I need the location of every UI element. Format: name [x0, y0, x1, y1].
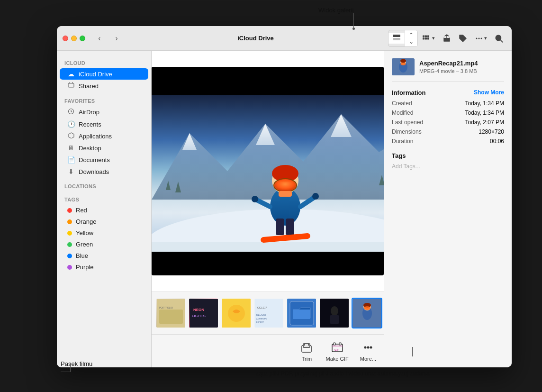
sidebar-item-tag-orange[interactable]: Orange — [60, 216, 148, 227]
tag-dot-red — [67, 208, 72, 213]
more-label: More... — [360, 356, 376, 362]
view-chevron-btn[interactable]: ⌃⌄ — [405, 30, 417, 46]
window-body: iCloud ☁ iCloud Drive Shared Favorites — [57, 51, 512, 367]
minimize-button[interactable] — [71, 36, 77, 41]
dimensions-label: Dimensions — [392, 128, 422, 135]
svg-marker-16 — [69, 133, 74, 138]
sidebar-item-tag-green[interactable]: Green — [60, 239, 148, 250]
sidebar-item-tag-red[interactable]: Red — [60, 205, 148, 216]
sidebar-item-tag-yellow[interactable]: Yellow — [60, 228, 148, 238]
close-button[interactable] — [63, 36, 68, 41]
tags-title: Tags — [392, 152, 504, 159]
info-row-created: Created Today, 1:34 PM — [392, 100, 504, 107]
share-button[interactable] — [440, 32, 454, 45]
svg-rect-30 — [286, 219, 294, 235]
annotation-actions: Łącz pliki PDF, przycinaj pliki audio i … — [256, 369, 430, 378]
sidebar-item-applications[interactable]: Applications — [60, 130, 148, 142]
trim-label: Trim — [302, 356, 312, 362]
gallery-area — [152, 51, 384, 292]
file-name: AspenRecap21.mp4 — [419, 60, 478, 68]
tag-dot-blue — [67, 254, 72, 258]
film-thumb-3[interactable] — [221, 298, 252, 328]
svg-point-38 — [252, 196, 258, 202]
group-view-button[interactable]: ▾ — [420, 32, 438, 45]
forward-button[interactable]: › — [110, 32, 123, 45]
svg-point-39 — [312, 193, 319, 200]
created-value: Today, 1:34 PM — [465, 100, 505, 107]
film-thumb-2[interactable]: NEON LIGHTS — [188, 298, 219, 328]
sidebar-item-recents[interactable]: 🕐 Recents — [60, 119, 148, 130]
finder-window: ‹ › iCloud Drive ⌃⌄ — [57, 26, 512, 367]
svg-rect-81 — [332, 346, 343, 346]
gallery-image — [152, 67, 384, 275]
make-gif-label: Make GIF — [325, 356, 348, 362]
tag-dot-orange — [67, 219, 72, 224]
svg-rect-14 — [68, 83, 74, 87]
film-thumb-7-selected[interactable] — [352, 298, 382, 328]
thumb-preview-6 — [320, 299, 349, 328]
tag-dot-yellow — [67, 231, 72, 236]
svg-rect-41 — [279, 191, 292, 197]
more-actions-button[interactable]: More... — [360, 341, 376, 362]
info-row-last-opened: Last opened Today, 2:07 PM — [392, 119, 504, 126]
tag-dot-purple — [67, 265, 72, 270]
icloud-section-header: iCloud — [57, 55, 151, 68]
back-button[interactable]: ‹ — [93, 32, 106, 45]
svg-rect-42 — [152, 67, 384, 95]
file-meta: MPEG-4 movie – 3.8 MB — [419, 68, 478, 74]
search-button[interactable] — [492, 32, 506, 45]
shared-icon — [67, 82, 75, 90]
sidebar-item-airdrop[interactable]: AirDrop — [60, 106, 148, 118]
make-gif-icon: GIF — [330, 341, 345, 354]
svg-rect-4 — [427, 35, 429, 37]
last-opened-label: Last opened — [392, 119, 423, 126]
airdrop-icon — [67, 108, 75, 116]
film-thumb-4[interactable]: CICLE17 RELAXO- ANTHROPO EXPERT — [253, 298, 284, 328]
thumb-preview-4: CICLE17 RELAXO- ANTHROPO EXPERT — [254, 299, 283, 328]
sidebar-item-icloud-drive[interactable]: ☁ iCloud Drive — [60, 68, 148, 80]
show-more-button[interactable]: Show More — [474, 89, 504, 96]
more-button[interactable]: ▾ — [472, 32, 490, 45]
recents-icon: 🕐 — [67, 120, 75, 128]
svg-rect-3 — [425, 35, 427, 37]
annotation-gallery-view: Widok galerii — [318, 7, 353, 14]
thumb-preview-7 — [352, 299, 381, 328]
make-gif-button[interactable]: GIF Make GIF — [325, 341, 348, 362]
icloud-drive-icon: ☁ — [67, 70, 75, 78]
modified-value: Today, 1:34 PM — [465, 109, 505, 116]
add-tags-input[interactable]: Add Tags... — [392, 163, 504, 170]
svg-rect-47 — [190, 299, 218, 328]
trim-button[interactable]: Trim — [299, 341, 314, 362]
sidebar-item-tag-purple[interactable]: Purple — [60, 262, 148, 273]
zoom-button[interactable] — [80, 36, 85, 41]
film-thumb-5[interactable] — [286, 298, 317, 328]
info-row-dimensions: Dimensions 1280×720 — [392, 128, 504, 135]
applications-icon — [67, 132, 75, 140]
tag-button[interactable] — [456, 32, 470, 45]
trim-icon — [299, 341, 314, 354]
view-icon-btn[interactable] — [388, 33, 405, 44]
dimensions-value: 1280×720 — [479, 128, 504, 135]
sidebar-item-desktop[interactable]: 🖥 Desktop — [60, 142, 148, 154]
svg-point-66 — [364, 306, 370, 310]
main-content: PORTFOLIO NEON LIGHTS — [152, 51, 384, 367]
information-section: Information Show More Created Today, 1:3… — [392, 89, 504, 145]
film-thumb-1[interactable]: PORTFOLIO — [155, 298, 186, 328]
svg-point-89 — [400, 59, 406, 63]
svg-point-11 — [481, 37, 482, 39]
info-row-duration: Duration 00:06 — [392, 138, 504, 145]
sidebar-item-downloads[interactable]: ⬇ Downloads — [60, 166, 148, 177]
action-bar: Trim GIF Make GIF — [152, 334, 384, 367]
sidebar-item-tag-blue[interactable]: Blue — [60, 250, 148, 261]
svg-point-9 — [476, 37, 478, 39]
window-title: iCloud Drive — [127, 35, 384, 42]
svg-point-90 — [401, 63, 406, 65]
svg-rect-2 — [423, 35, 425, 37]
sidebar-item-shared[interactable]: Shared — [60, 80, 148, 92]
film-thumb-6[interactable] — [319, 298, 350, 328]
svg-rect-61 — [330, 315, 339, 324]
sidebar-item-documents[interactable]: 📄 Documents — [60, 154, 148, 165]
svg-text:ANTHROPO: ANTHROPO — [256, 318, 267, 320]
filmstrip: PORTFOLIO NEON LIGHTS — [152, 292, 384, 334]
svg-text:EXPERT: EXPERT — [256, 321, 264, 323]
